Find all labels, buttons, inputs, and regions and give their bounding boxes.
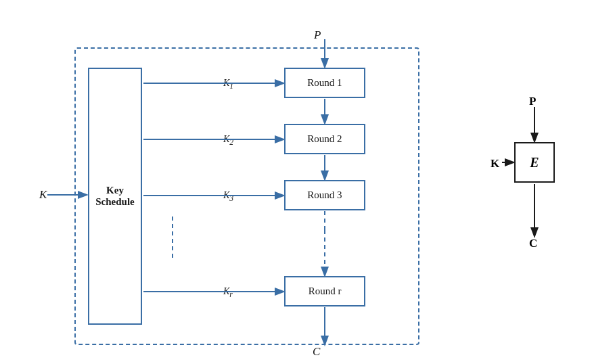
c-output-label: C (313, 345, 320, 359)
round-2-label: Round 2 (307, 133, 342, 145)
k1-label: K1 (223, 78, 233, 91)
kr-label: Kr (223, 286, 233, 299)
k-input-label: K (39, 188, 47, 202)
e-box: E (514, 142, 555, 183)
k2-text: K2 (223, 134, 233, 144)
right-p-label: P (529, 95, 536, 108)
e-label: E (530, 155, 539, 170)
right-diagram: P K E C (487, 81, 575, 271)
p-input-label: P (314, 28, 321, 42)
right-k-label: K (491, 157, 499, 170)
k3-label: K3 (223, 190, 233, 203)
round-3-box: Round 3 (284, 180, 365, 210)
k1-text: K1 (223, 78, 233, 88)
round-3-label: Round 3 (307, 189, 342, 201)
key-schedule-label: KeySchedule (95, 185, 135, 208)
key-schedule-block: KeySchedule (88, 68, 142, 325)
k2-label: K2 (223, 134, 233, 147)
round-1-box: Round 1 (284, 68, 365, 98)
round-r-label: Round r (309, 286, 342, 297)
round-2-box: Round 2 (284, 124, 365, 154)
round-1-label: Round 1 (307, 77, 342, 89)
main-diagram: P KeySchedule K Round 1 Round 2 Round 3 … (27, 14, 447, 359)
kr-text: Kr (223, 286, 233, 296)
k3-text: K3 (223, 190, 233, 200)
right-c-label: C (529, 237, 537, 250)
round-r-box: Round r (284, 276, 365, 306)
